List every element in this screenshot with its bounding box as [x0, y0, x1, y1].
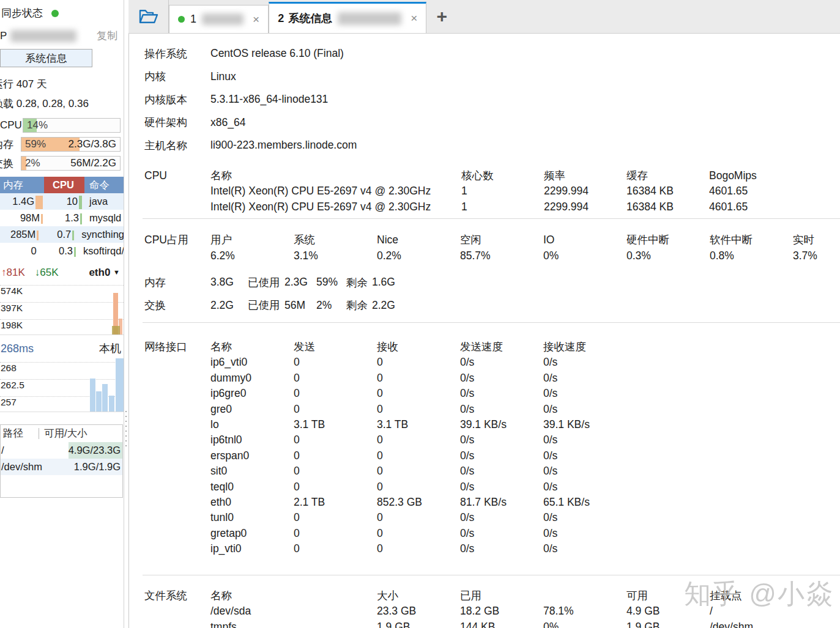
network-row: lo3.1 TB3.1 TB39.1 KB/s39.1 KB/s — [210, 417, 840, 432]
process-cpu: 0.3 — [59, 245, 73, 256]
mem-mini-bar — [41, 214, 43, 224]
disk-path: / — [1, 442, 69, 459]
network-section-label: 网络接口 — [144, 339, 210, 355]
memory-percent: 59% — [316, 276, 346, 289]
memory-gauge-detail: 2.3G/3.8G — [69, 138, 116, 150]
memory-gauge-percent: 59% — [25, 138, 46, 150]
ip-redacted — [10, 30, 76, 42]
section-divider — [143, 322, 840, 323]
network-graph: 574K 397K 198K — [0, 281, 124, 335]
ping-bar — [116, 358, 124, 412]
cpu-section: CPU 名称 核心数 频率 缓存 BogoMips Intel(R) Xeon(… — [129, 168, 840, 215]
ping-axis-label: 268 — [1, 363, 17, 374]
swap-gauge-row: 交换 2% 56M/2.2G — [0, 156, 124, 171]
info-row-os: 操作系统 CentOS release 6.10 (Final) — [129, 42, 840, 65]
memory-used: 2.3G — [284, 276, 316, 289]
copy-ip-button[interactable]: 复制 — [97, 29, 124, 43]
swap-label: 交换 — [144, 298, 210, 312]
process-cpu: 0.7 — [57, 229, 71, 240]
disk-header-path[interactable]: 路径 — [1, 427, 39, 440]
uptime-value: 407 天 — [17, 78, 47, 90]
os-label: 操作系统 — [144, 46, 210, 61]
system-info-content: 操作系统 CentOS release 6.10 (Final) 内核 Linu… — [128, 34, 840, 628]
swap-used: 56M — [284, 299, 316, 312]
system-info-button[interactable]: 系统信息 — [0, 49, 92, 67]
cpu-usage-section: CPU占用 用户 系统 Nice 空闲 IO 硬件中断 软件中断 实时 6.2%… — [129, 232, 840, 264]
memory-total: 3.8G — [210, 276, 248, 289]
network-row: ip6gre0000/s0/s — [210, 386, 840, 401]
os-value: CentOS release 6.10 (Final) — [210, 47, 840, 60]
tab-bar: 1 × 2 系统信息 × + — [128, 0, 840, 34]
disk-row: / 4.9G/23.3G — [1, 442, 122, 459]
swap-free-label: 剩余 — [346, 298, 372, 312]
disk-avail: 4.9G/23.3G — [69, 442, 122, 459]
ping-header: 268ms 本机 — [0, 341, 124, 356]
tab1-close-icon[interactable]: × — [253, 13, 259, 26]
load-label: 负载 — [0, 98, 13, 109]
arch-value: x86_64 — [210, 116, 840, 129]
process-row: 285M 0.7 syncthing — [0, 226, 124, 243]
ping-target[interactable]: 本机 — [99, 341, 121, 356]
network-row: teql0000/s0/s — [210, 479, 840, 495]
process-row: 1.4G 10 java — [0, 193, 124, 210]
sync-status-dot-icon — [51, 10, 59, 17]
network-row: eth02.1 TB852.3 GB81.7 KB/s65.1 KB/s — [210, 495, 840, 510]
cpu-mini-bar — [74, 247, 76, 257]
cpu-row: Intel(R) Xeon(R) CPU E5-2697 v4 @ 2.30GH… — [210, 183, 840, 199]
tab2-number: 2 — [278, 12, 284, 25]
tab-session-1[interactable]: 1 × — [169, 5, 269, 33]
tab2-redacted-suffix — [338, 12, 401, 25]
sidebar: 同步状态 P 复制 系统信息 运行 407 天 负载 0.28, 0.28, 0… — [0, 0, 124, 628]
net-axis-label: 574K — [1, 286, 23, 297]
disk-row: /dev/shm 1.9G/1.9G — [1, 459, 122, 475]
swap-gauge-percent: 2% — [25, 157, 40, 169]
process-header-memory[interactable]: 内存 — [0, 177, 44, 193]
disk-header-avail[interactable]: 可用/大小 — [44, 427, 87, 440]
upload-rate: 81K — [7, 267, 25, 279]
swap-percent: 2% — [316, 299, 346, 312]
cpu-header-cores: 核心数 — [461, 168, 544, 184]
process-header-cpu[interactable]: CPU — [44, 177, 84, 193]
info-row-kernel-version: 内核版本 5.3.11-x86_64-linode131 — [129, 88, 840, 111]
memory-free: 1.6G — [372, 276, 395, 289]
new-tab-button[interactable]: + — [426, 0, 457, 33]
cpu-mini-bar — [79, 196, 82, 209]
hostname-label: 主机名称 — [144, 138, 210, 153]
swap-gauge: 2% 56M/2.2G — [21, 156, 121, 171]
process-cmd: syncthing — [76, 226, 124, 243]
cpu-mini-bar — [72, 231, 74, 240]
download-rate: 65K — [40, 267, 58, 279]
ip-row: P 复制 — [0, 29, 124, 43]
tab-system-info[interactable]: 2 系统信息 × — [269, 2, 426, 33]
interface-selector[interactable]: eth0 ▼ — [89, 267, 120, 279]
tab2-close-icon[interactable]: × — [411, 12, 417, 25]
info-row-kernel: 内核 Linux — [129, 65, 840, 89]
network-row: gre0000/s0/s — [210, 402, 840, 417]
load-row: 负载 0.28, 0.28, 0.36 — [0, 97, 124, 111]
kernel-label: 内核 — [144, 69, 210, 84]
network-row: gretap0000/s0/s — [210, 526, 840, 541]
cpu-header-cache: 缓存 — [626, 168, 709, 184]
net-bar — [112, 326, 120, 334]
open-folder-button[interactable] — [128, 0, 169, 33]
mem-mini-bar — [37, 231, 39, 240]
cpu-header-bogomips: BogoMips — [709, 168, 840, 184]
cpu-gauge: 14% — [23, 118, 121, 133]
process-header-command[interactable]: 命令 — [84, 177, 124, 193]
kernel-value: Linux — [210, 70, 840, 83]
cpu-mini-bar — [80, 213, 82, 224]
cpu-usage-values: 6.2% 3.1% 0.2% 85.7% 0% 0.3% 0.8% 3.7% — [210, 248, 840, 264]
memory-free-label: 剩余 — [346, 275, 372, 290]
network-row: sit0000/s0/s — [210, 464, 840, 479]
ping-bar — [90, 379, 95, 412]
watermark: 知乎 @小焱 — [684, 576, 834, 612]
filesystem-section-label: 文件系统 — [144, 588, 210, 604]
disk-path: /dev/shm — [1, 459, 74, 475]
panel-resize-handle[interactable] — [125, 411, 128, 446]
process-mem: 0 — [31, 245, 37, 256]
swap-used-label: 已使用 — [248, 298, 284, 312]
process-mem: 1.4G — [12, 196, 34, 207]
cpu-table-header: 名称 核心数 频率 缓存 BogoMips — [210, 168, 840, 184]
memory-gauge: 59% 2.3G/3.8G — [21, 137, 121, 152]
process-mem: 98M — [20, 212, 40, 223]
